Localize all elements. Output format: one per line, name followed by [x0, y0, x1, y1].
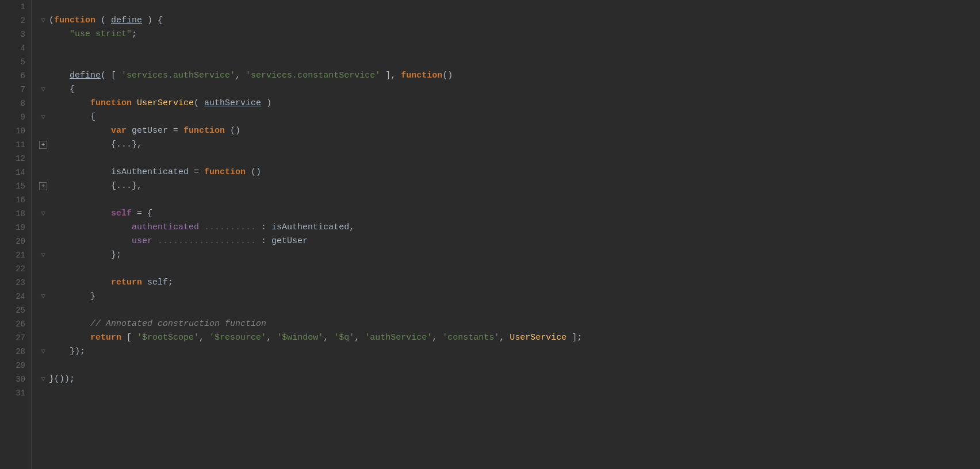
ln-10: 10 [0, 124, 31, 138]
code-line-8: function UserService( authService ) [32, 97, 980, 110]
code-line-24: } [32, 290, 980, 303]
ln-19: 19 [0, 221, 31, 234]
ln-4: 4 [0, 41, 31, 55]
fold-24[interactable] [37, 290, 49, 303]
code-line-21: }; [32, 248, 980, 262]
code-line-12 [32, 152, 980, 166]
fold-2[interactable] [37, 14, 49, 28]
code-line-9: { [32, 110, 980, 124]
ln-15: 15 [0, 179, 31, 193]
code-line-29 [32, 359, 980, 372]
code-line-3: "use strict"; [32, 28, 980, 41]
ln-12: 12 [0, 152, 31, 166]
ln-18: 18 [0, 207, 31, 221]
code-line-19: authenticated .......... : isAuthenticat… [32, 221, 980, 234]
code-line-14: isAuthenticated = function () [32, 166, 980, 179]
ln-7: 7 [0, 83, 31, 97]
fold-7[interactable] [37, 83, 49, 97]
ln-16: 16 [0, 193, 31, 207]
code-line-5 [32, 55, 980, 69]
ln-29: 29 [0, 359, 31, 372]
code-line-30: }()); [32, 372, 980, 386]
code-line-16 [32, 193, 980, 207]
ln-5: 5 [0, 55, 31, 69]
ln-24: 24 [0, 290, 31, 303]
ln-20: 20 [0, 234, 31, 248]
ln-14: 14 [0, 166, 31, 179]
code-line-25 [32, 303, 980, 317]
code-line-28: }); [32, 345, 980, 359]
code-line-26: // Annotated construction function [32, 317, 980, 331]
code-editor: 1 2 3 4 5 6 7 8 9 10 11 12 14 15 16 18 1… [0, 0, 980, 469]
fold-28[interactable] [37, 345, 49, 359]
ln-11: 11 [0, 138, 31, 152]
ln-23: 23 [0, 276, 31, 290]
ln-8: 8 [0, 97, 31, 110]
code-line-20: user ................... : getUser [32, 234, 980, 248]
fold-11[interactable]: + [37, 141, 49, 149]
code-line-10: var getUser = function () [32, 124, 980, 138]
code-line-1 [32, 0, 980, 14]
ln-6: 6 [0, 69, 31, 83]
ln-28: 28 [0, 345, 31, 359]
code-line-31 [32, 386, 980, 400]
code-line-2: (function ( define ) { [32, 14, 980, 28]
fold-30[interactable] [37, 372, 49, 386]
fold-21[interactable] [37, 248, 49, 262]
ln-9: 9 [0, 110, 31, 124]
ln-22: 22 [0, 262, 31, 276]
fold-15[interactable]: + [37, 182, 49, 190]
ln-1: 1 [0, 0, 31, 14]
code-line-11: + {...}, [32, 138, 980, 152]
code-line-18: self = { [32, 207, 980, 221]
ln-3: 3 [0, 28, 31, 41]
ln-26: 26 [0, 317, 31, 331]
code-line-27: return [ '$rootScope', '$resource', '$wi… [32, 331, 980, 345]
ln-31: 31 [0, 386, 31, 400]
code-line-15: + {...}, [32, 179, 980, 193]
ln-25: 25 [0, 303, 31, 317]
code-area[interactable]: (function ( define ) { "use strict"; def… [32, 0, 980, 469]
code-line-22 [32, 262, 980, 276]
ln-21: 21 [0, 248, 31, 262]
code-line-6: define( [ 'services.authService', 'servi… [32, 69, 980, 83]
ln-30: 30 [0, 372, 31, 386]
code-line-7: { [32, 83, 980, 97]
fold-18[interactable] [37, 207, 49, 221]
fold-9[interactable] [37, 110, 49, 124]
ln-2: 2 [0, 14, 31, 28]
line-numbers: 1 2 3 4 5 6 7 8 9 10 11 12 14 15 16 18 1… [0, 0, 32, 469]
code-line-23: return self; [32, 276, 980, 290]
ln-27: 27 [0, 331, 31, 345]
code-line-4 [32, 41, 980, 55]
